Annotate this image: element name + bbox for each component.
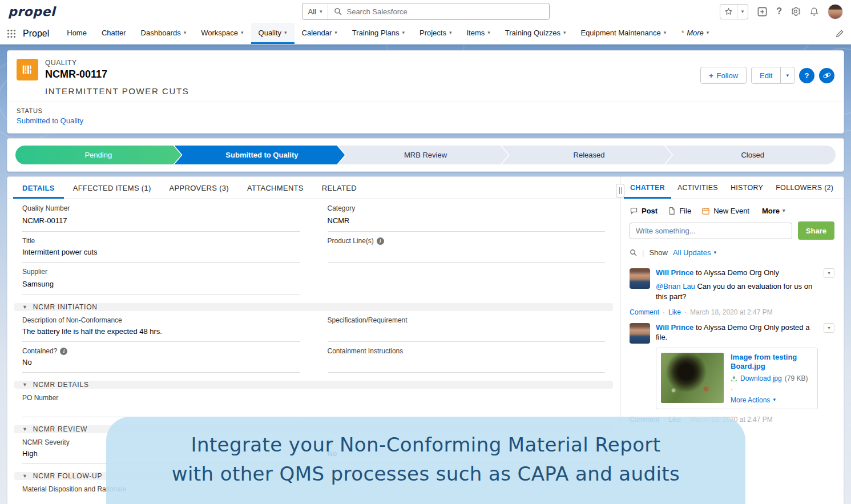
share-button[interactable]: Share	[798, 221, 834, 240]
tab-activities[interactable]: ACTIVITIES	[671, 177, 724, 199]
nav-tab-training-quizzes[interactable]: Training Quizzes▾	[498, 23, 574, 44]
tab-attachments[interactable]: ATTACHMENTS	[238, 177, 313, 199]
status-label: STATUS	[17, 107, 834, 114]
comment-link[interactable]: Comment	[630, 308, 659, 316]
tab-followers[interactable]: FOLLOWERS (2)	[769, 177, 840, 199]
search-icon[interactable]	[630, 249, 637, 256]
feed-filter-select[interactable]: All Updates ▾	[673, 248, 716, 257]
field-value: No	[22, 358, 300, 366]
attachment-filename-link[interactable]: Image from testing Board.jpg	[731, 353, 813, 372]
feed-item-menu-button[interactable]: ▾	[824, 323, 834, 333]
tab-label: FOLLOWERS (2)	[776, 184, 833, 192]
gear-icon[interactable]	[790, 6, 801, 17]
star-icon[interactable]	[720, 5, 737, 19]
feed-author-link[interactable]: Will Prince	[656, 268, 693, 277]
quick-create-icon[interactable]	[757, 6, 768, 17]
field-supplier: Supplier Samsung	[22, 263, 300, 295]
field-value: Intermittent power cuts	[22, 248, 300, 256]
tab-history[interactable]: HISTORY	[724, 177, 769, 199]
feed-author-link[interactable]: Will Prince	[656, 323, 693, 332]
path-stage-closed[interactable]: Closed	[665, 146, 836, 164]
info-icon[interactable]: i	[60, 348, 67, 355]
field-quality-number: Quality Number NCMR-00117	[22, 199, 300, 232]
tab-label: DETAILS	[22, 184, 55, 192]
nav-tab-projects[interactable]: Projects▾	[412, 23, 459, 44]
help-icon[interactable]: ?	[776, 6, 782, 17]
favorites-button-group[interactable]: ▾	[720, 4, 749, 19]
field-po-number: PO Number	[22, 389, 300, 417]
path-stage-label: Released	[574, 151, 605, 159]
mention-link[interactable]: @Brian Lau	[656, 282, 695, 291]
edit-button[interactable]: Edit	[751, 67, 781, 84]
supplier-link[interactable]: Samsung	[22, 280, 54, 288]
feed-item-menu-button[interactable]: ▾	[824, 268, 834, 278]
chatter-publisher: Post File New Event	[620, 199, 844, 240]
in-app-help-button[interactable]: ?	[799, 68, 814, 83]
tab-details[interactable]: DETAILS	[13, 177, 64, 199]
close-icon[interactable]: ×	[840, 182, 844, 193]
like-link[interactable]: Like	[668, 308, 681, 316]
tab-label: APPROVERS (3)	[170, 184, 229, 192]
new-event-action-button[interactable]: New Event	[701, 207, 749, 215]
path-stage-mrb-review[interactable]: MRB Review	[338, 146, 509, 164]
nav-tab-items[interactable]: Items▾	[459, 23, 498, 44]
follow-button[interactable]: + Follow	[700, 67, 747, 84]
search-scope-dropdown[interactable]: All ▾	[303, 3, 329, 19]
quality-record-icon	[17, 59, 38, 80]
attachment-more-actions[interactable]: More Actions ▾	[731, 396, 813, 404]
guidance-orbit-button[interactable]	[819, 68, 834, 83]
avatar[interactable]	[630, 323, 650, 344]
path-stage-submitted-to-quality[interactable]: Submitted to Quality	[175, 146, 345, 164]
user-avatar[interactable]	[828, 4, 843, 19]
nav-tab-label: More	[687, 29, 704, 37]
favorites-dropdown-button[interactable]: ▾	[737, 5, 748, 19]
nav-tab-more[interactable]: *More▾	[673, 23, 716, 44]
nav-tab-equipment-maintenance[interactable]: Equipment Maintenance▾	[573, 23, 673, 44]
avatar[interactable]	[630, 268, 650, 289]
chevron-down-icon: ▾	[773, 397, 776, 402]
nav-tab-chatter[interactable]: Chatter	[94, 23, 134, 44]
chatter-composer-input[interactable]	[630, 223, 792, 239]
tab-related[interactable]: RELATED	[313, 177, 366, 199]
publisher-more-button[interactable]: More ▾	[762, 207, 785, 215]
section-ncmr-initiation[interactable]: ▼ NCMR INITIATION	[14, 303, 613, 311]
download-link[interactable]: Download jpg	[740, 374, 782, 382]
edit-dropdown-button[interactable]: ▾	[781, 67, 794, 84]
chevron-down-icon: ▾	[707, 30, 709, 35]
global-search[interactable]: All ▾	[302, 3, 550, 20]
field-specification: Specification/Requirement	[328, 311, 606, 342]
path-stage-pending[interactable]: Pending	[15, 146, 182, 164]
post-action-label: Post	[642, 207, 658, 215]
path-stage-released[interactable]: Released	[502, 146, 672, 164]
nav-tab-quality[interactable]: Quality▾	[251, 23, 295, 44]
status-value-link[interactable]: Submitted to Quality	[17, 116, 83, 125]
tab-chatter[interactable]: CHATTER	[624, 177, 671, 199]
nav-tab-workspace[interactable]: Workspace▾	[193, 23, 251, 44]
post-action-button[interactable]: Post	[630, 207, 658, 215]
section-ncmr-details[interactable]: ▼ NCMR DETAILS	[14, 381, 613, 389]
tab-affected-items[interactable]: AFFECTED ITEMS (1)	[64, 177, 160, 199]
quality-number-link[interactable]: NCMR-00117	[22, 216, 67, 225]
bell-icon[interactable]	[809, 7, 819, 17]
file-action-button[interactable]: File	[668, 207, 691, 215]
search-input[interactable]	[346, 7, 543, 16]
attachment-thumbnail[interactable]	[661, 353, 724, 403]
category-link[interactable]: NCMR	[328, 216, 350, 225]
more-actions-link[interactable]: More Actions	[731, 396, 770, 404]
nav-tab-home[interactable]: Home	[59, 23, 94, 44]
chevron-down-icon: ▾	[241, 30, 244, 35]
nav-tab-training-plans[interactable]: Training Plans▾	[345, 23, 412, 44]
path-stage-label: Submitted to Quality	[225, 151, 298, 159]
tab-approvers[interactable]: APPROVERS (3)	[160, 177, 238, 199]
chatter-tabs: CHATTER ACTIVITIES HISTORY FOLLOWERS (2)…	[620, 177, 844, 199]
info-icon[interactable]: i	[377, 237, 384, 245]
panel-resize-handle[interactable]	[616, 184, 624, 197]
pencil-icon[interactable]	[835, 29, 844, 38]
app-launcher-icon[interactable]	[7, 29, 16, 38]
tab-label: ATTACHMENTS	[247, 184, 304, 192]
nav-tab-dashboards[interactable]: Dashboards▾	[134, 23, 194, 44]
nav-tab-calendar[interactable]: Calendar▾	[295, 23, 345, 44]
feed-filter-value[interactable]: All Updates	[673, 248, 711, 257]
tab-label: CHATTER	[630, 184, 665, 192]
record-tabs: DETAILS AFFECTED ITEMS (1) APPROVERS (3)…	[7, 177, 620, 199]
